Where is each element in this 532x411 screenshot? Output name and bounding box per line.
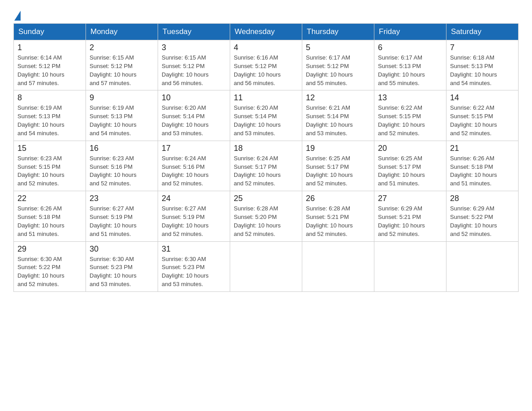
day-number: 23 bbox=[90, 194, 154, 203]
calendar-cell: 15 Sunrise: 6:23 AM Sunset: 5:15 PM Dayl… bbox=[14, 141, 86, 191]
calendar-cell: 8 Sunrise: 6:19 AM Sunset: 5:13 PM Dayli… bbox=[14, 90, 86, 141]
day-number: 25 bbox=[234, 194, 298, 203]
day-info: Sunrise: 6:25 AM Sunset: 5:17 PM Dayligh… bbox=[306, 154, 370, 188]
day-info: Sunrise: 6:27 AM Sunset: 5:19 PM Dayligh… bbox=[162, 205, 226, 238]
day-info: Sunrise: 6:28 AM Sunset: 5:21 PM Dayligh… bbox=[306, 205, 370, 238]
calendar-cell: 29 Sunrise: 6:30 AM Sunset: 5:22 PM Dayl… bbox=[14, 241, 86, 291]
day-info: Sunrise: 6:21 AM Sunset: 5:14 PM Dayligh… bbox=[306, 104, 370, 137]
calendar-cell: 21 Sunrise: 6:26 AM Sunset: 5:18 PM Dayl… bbox=[446, 141, 519, 191]
day-number: 16 bbox=[90, 144, 154, 153]
day-number: 9 bbox=[90, 93, 154, 103]
day-number: 1 bbox=[17, 43, 82, 52]
day-number: 24 bbox=[162, 194, 226, 203]
day-info: Sunrise: 6:30 AM Sunset: 5:23 PM Dayligh… bbox=[162, 255, 226, 289]
calendar-cell: 7 Sunrise: 6:18 AM Sunset: 5:13 PM Dayli… bbox=[446, 40, 519, 90]
header-monday: Monday bbox=[86, 24, 158, 40]
day-info: Sunrise: 6:14 AM Sunset: 5:12 PM Dayligh… bbox=[17, 54, 82, 87]
logo-triangle-icon bbox=[14, 11, 21, 21]
header-saturday: Saturday bbox=[446, 24, 519, 40]
calendar-cell: 31 Sunrise: 6:30 AM Sunset: 5:23 PM Dayl… bbox=[158, 241, 230, 291]
day-number: 15 bbox=[17, 144, 82, 153]
calendar-cell bbox=[446, 241, 519, 291]
header-tuesday: Tuesday bbox=[158, 24, 230, 40]
day-number: 21 bbox=[450, 144, 515, 153]
day-info: Sunrise: 6:20 AM Sunset: 5:14 PM Dayligh… bbox=[234, 104, 298, 137]
calendar-cell: 26 Sunrise: 6:28 AM Sunset: 5:21 PM Dayl… bbox=[302, 191, 374, 241]
day-info: Sunrise: 6:30 AM Sunset: 5:22 PM Dayligh… bbox=[17, 255, 82, 289]
header-wednesday: Wednesday bbox=[230, 24, 302, 40]
day-info: Sunrise: 6:19 AM Sunset: 5:13 PM Dayligh… bbox=[17, 104, 82, 137]
week-row-3: 15 Sunrise: 6:23 AM Sunset: 5:15 PM Dayl… bbox=[14, 141, 519, 191]
day-number: 17 bbox=[162, 144, 226, 153]
calendar-cell: 30 Sunrise: 6:30 AM Sunset: 5:23 PM Dayl… bbox=[86, 241, 158, 291]
calendar-cell: 19 Sunrise: 6:25 AM Sunset: 5:17 PM Dayl… bbox=[302, 141, 374, 191]
day-info: Sunrise: 6:26 AM Sunset: 5:18 PM Dayligh… bbox=[17, 205, 82, 238]
calendar-cell: 27 Sunrise: 6:29 AM Sunset: 5:21 PM Dayl… bbox=[374, 191, 446, 241]
calendar-cell: 9 Sunrise: 6:19 AM Sunset: 5:13 PM Dayli… bbox=[86, 90, 158, 141]
calendar-cell: 10 Sunrise: 6:20 AM Sunset: 5:14 PM Dayl… bbox=[158, 90, 230, 141]
calendar-cell bbox=[374, 241, 446, 291]
day-info: Sunrise: 6:20 AM Sunset: 5:14 PM Dayligh… bbox=[162, 104, 226, 137]
calendar-cell bbox=[230, 241, 302, 291]
day-info: Sunrise: 6:19 AM Sunset: 5:13 PM Dayligh… bbox=[90, 104, 154, 137]
week-row-5: 29 Sunrise: 6:30 AM Sunset: 5:22 PM Dayl… bbox=[14, 241, 519, 291]
day-info: Sunrise: 6:15 AM Sunset: 5:12 PM Dayligh… bbox=[90, 54, 154, 87]
calendar-cell: 4 Sunrise: 6:16 AM Sunset: 5:12 PM Dayli… bbox=[230, 40, 302, 90]
calendar-cell: 12 Sunrise: 6:21 AM Sunset: 5:14 PM Dayl… bbox=[302, 90, 374, 141]
day-info: Sunrise: 6:15 AM Sunset: 5:12 PM Dayligh… bbox=[162, 54, 226, 87]
page-header bbox=[13, 9, 519, 19]
day-info: Sunrise: 6:17 AM Sunset: 5:12 PM Dayligh… bbox=[306, 54, 370, 87]
calendar-cell: 17 Sunrise: 6:24 AM Sunset: 5:16 PM Dayl… bbox=[158, 141, 230, 191]
day-number: 5 bbox=[306, 43, 370, 52]
calendar-header-row: SundayMondayTuesdayWednesdayThursdayFrid… bbox=[14, 24, 519, 40]
calendar-cell: 14 Sunrise: 6:22 AM Sunset: 5:15 PM Dayl… bbox=[446, 90, 519, 141]
day-number: 2 bbox=[90, 43, 154, 52]
logo bbox=[13, 9, 21, 19]
day-number: 6 bbox=[378, 43, 442, 52]
day-info: Sunrise: 6:17 AM Sunset: 5:13 PM Dayligh… bbox=[378, 54, 442, 87]
day-info: Sunrise: 6:18 AM Sunset: 5:13 PM Dayligh… bbox=[450, 54, 515, 87]
day-number: 20 bbox=[378, 144, 442, 153]
day-info: Sunrise: 6:22 AM Sunset: 5:15 PM Dayligh… bbox=[378, 104, 442, 137]
day-number: 26 bbox=[306, 194, 370, 203]
calendar-cell: 24 Sunrise: 6:27 AM Sunset: 5:19 PM Dayl… bbox=[158, 191, 230, 241]
day-number: 8 bbox=[17, 93, 82, 103]
day-number: 31 bbox=[162, 244, 226, 254]
day-number: 14 bbox=[450, 93, 515, 103]
calendar-cell: 25 Sunrise: 6:28 AM Sunset: 5:20 PM Dayl… bbox=[230, 191, 302, 241]
logo-top bbox=[13, 9, 21, 21]
calendar-cell bbox=[302, 241, 374, 291]
calendar-cell: 22 Sunrise: 6:26 AM Sunset: 5:18 PM Dayl… bbox=[14, 191, 86, 241]
day-number: 10 bbox=[162, 93, 226, 103]
calendar-cell: 18 Sunrise: 6:24 AM Sunset: 5:17 PM Dayl… bbox=[230, 141, 302, 191]
day-number: 27 bbox=[378, 194, 442, 203]
day-info: Sunrise: 6:25 AM Sunset: 5:17 PM Dayligh… bbox=[378, 154, 442, 188]
calendar-cell: 28 Sunrise: 6:29 AM Sunset: 5:22 PM Dayl… bbox=[446, 191, 519, 241]
day-number: 7 bbox=[450, 43, 515, 52]
day-number: 29 bbox=[17, 244, 82, 254]
day-info: Sunrise: 6:29 AM Sunset: 5:21 PM Dayligh… bbox=[378, 205, 442, 238]
day-info: Sunrise: 6:24 AM Sunset: 5:17 PM Dayligh… bbox=[234, 154, 298, 188]
calendar-cell: 16 Sunrise: 6:23 AM Sunset: 5:16 PM Dayl… bbox=[86, 141, 158, 191]
day-number: 19 bbox=[306, 144, 370, 153]
day-number: 3 bbox=[162, 43, 226, 52]
calendar-cell: 3 Sunrise: 6:15 AM Sunset: 5:12 PM Dayli… bbox=[158, 40, 230, 90]
day-info: Sunrise: 6:28 AM Sunset: 5:20 PM Dayligh… bbox=[234, 205, 298, 238]
week-row-1: 1 Sunrise: 6:14 AM Sunset: 5:12 PM Dayli… bbox=[14, 40, 519, 90]
day-number: 13 bbox=[378, 93, 442, 103]
day-info: Sunrise: 6:23 AM Sunset: 5:15 PM Dayligh… bbox=[17, 154, 82, 188]
week-row-4: 22 Sunrise: 6:26 AM Sunset: 5:18 PM Dayl… bbox=[14, 191, 519, 241]
day-info: Sunrise: 6:27 AM Sunset: 5:19 PM Dayligh… bbox=[90, 205, 154, 238]
calendar-cell: 2 Sunrise: 6:15 AM Sunset: 5:12 PM Dayli… bbox=[86, 40, 158, 90]
header-thursday: Thursday bbox=[302, 24, 374, 40]
day-info: Sunrise: 6:26 AM Sunset: 5:18 PM Dayligh… bbox=[450, 154, 515, 188]
day-info: Sunrise: 6:16 AM Sunset: 5:12 PM Dayligh… bbox=[234, 54, 298, 87]
calendar-cell: 11 Sunrise: 6:20 AM Sunset: 5:14 PM Dayl… bbox=[230, 90, 302, 141]
day-info: Sunrise: 6:22 AM Sunset: 5:15 PM Dayligh… bbox=[450, 104, 515, 137]
day-info: Sunrise: 6:24 AM Sunset: 5:16 PM Dayligh… bbox=[162, 154, 226, 188]
header-friday: Friday bbox=[374, 24, 446, 40]
day-number: 11 bbox=[234, 93, 298, 103]
day-info: Sunrise: 6:29 AM Sunset: 5:22 PM Dayligh… bbox=[450, 205, 515, 238]
calendar-cell: 20 Sunrise: 6:25 AM Sunset: 5:17 PM Dayl… bbox=[374, 141, 446, 191]
calendar-cell: 6 Sunrise: 6:17 AM Sunset: 5:13 PM Dayli… bbox=[374, 40, 446, 90]
